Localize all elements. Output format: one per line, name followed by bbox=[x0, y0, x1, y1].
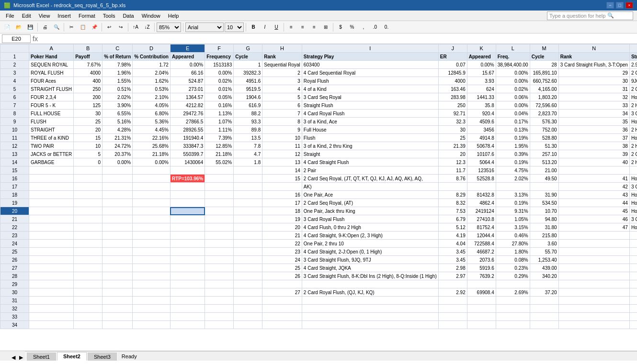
cell-E34[interactable] bbox=[170, 321, 205, 329]
sort-desc-button[interactable]: ↓Z bbox=[142, 22, 152, 33]
cell-L16[interactable]: 2.02% bbox=[496, 175, 530, 183]
cell-J16[interactable]: 8.76 bbox=[438, 175, 467, 183]
cell-C10[interactable]: 4.28% bbox=[102, 126, 133, 134]
cell-A3[interactable]: ROYAL FLUSH bbox=[29, 69, 74, 77]
cell-F11[interactable]: 7.39% bbox=[205, 134, 234, 142]
cell-L27[interactable]: 0.23% bbox=[496, 264, 530, 272]
row-header-3[interactable]: 3 bbox=[0, 69, 29, 77]
cell-L7[interactable]: 0.00% bbox=[496, 101, 530, 110]
cell-F3[interactable]: 0.00% bbox=[205, 69, 234, 77]
cell-K17[interactable] bbox=[467, 183, 496, 191]
cell-H20[interactable]: 18 bbox=[262, 207, 302, 215]
cell-H26[interactable]: 24 bbox=[262, 256, 302, 264]
cell-F22[interactable] bbox=[205, 223, 234, 232]
menu-view[interactable]: View bbox=[35, 12, 54, 20]
cell-O17[interactable]: 3 Card Royal Flush, (QT, KT) bbox=[629, 183, 637, 191]
cell-D1[interactable]: % Contribution bbox=[133, 53, 171, 61]
cell-O25[interactable] bbox=[629, 248, 637, 256]
cell-A15[interactable] bbox=[29, 166, 74, 175]
cell-B9[interactable]: 25 bbox=[74, 118, 102, 126]
menu-window[interactable]: Window bbox=[138, 12, 164, 20]
cell-J34[interactable] bbox=[438, 321, 467, 329]
cell-L12[interactable]: 1.95% bbox=[496, 142, 530, 150]
sheet-area[interactable]: A B C D E F G H I J K L M N O P Q bbox=[0, 44, 637, 351]
cell-I24[interactable]: One Pair, 2 thru 10 bbox=[302, 240, 438, 248]
cell-G1[interactable]: Cycle bbox=[234, 53, 262, 61]
cell-C4[interactable]: 1.55% bbox=[102, 77, 133, 85]
cell-J32[interactable] bbox=[438, 305, 467, 313]
cell-H31[interactable] bbox=[262, 297, 302, 305]
cell-F13[interactable]: 21.18% bbox=[205, 150, 234, 158]
cell-A23[interactable] bbox=[29, 232, 74, 240]
cell-N29[interactable] bbox=[558, 280, 629, 288]
save-button[interactable]: 💾 bbox=[25, 22, 35, 33]
col-header-E[interactable]: E bbox=[170, 44, 205, 53]
cell-A17[interactable] bbox=[29, 183, 74, 191]
cell-N22[interactable]: 47 bbox=[558, 223, 629, 232]
cell-E7[interactable]: 4212.82 bbox=[170, 101, 205, 110]
cell-E11[interactable]: 191940.4 bbox=[170, 134, 205, 142]
cell-O10[interactable]: 2 High Cards, (KJ, KQ) bbox=[629, 126, 637, 134]
cell-K32[interactable] bbox=[467, 305, 496, 313]
cell-D16[interactable] bbox=[133, 175, 171, 183]
cell-N31[interactable] bbox=[558, 297, 629, 305]
cell-G24[interactable] bbox=[234, 240, 262, 248]
cell-N26[interactable] bbox=[558, 256, 629, 264]
cell-L21[interactable]: 1.05% bbox=[496, 215, 530, 223]
cell-A16[interactable] bbox=[29, 175, 74, 183]
cell-B16[interactable] bbox=[74, 175, 102, 183]
cell-K1[interactable]: Appeared bbox=[467, 53, 496, 61]
cell-G25[interactable] bbox=[234, 248, 262, 256]
cell-J15[interactable]: 11.7 bbox=[438, 166, 467, 175]
cell-B5[interactable]: 250 bbox=[74, 85, 102, 93]
cell-B2[interactable]: 7.67% bbox=[74, 61, 102, 69]
cell-O20[interactable]: Hold One - King bbox=[629, 207, 637, 215]
cell-G13[interactable]: 4.7 bbox=[234, 150, 262, 158]
cell-I25[interactable]: 4 Card Straight, 2-J:Open (0, 1 High) bbox=[302, 248, 438, 256]
cell-M16[interactable]: 49.50 bbox=[530, 175, 558, 183]
cell-M4[interactable]: 660,752.60 bbox=[530, 77, 558, 85]
cell-B34[interactable] bbox=[74, 321, 102, 329]
sheet-tab-left-arrow[interactable]: ◀ bbox=[10, 354, 17, 361]
cell-L24[interactable]: 27.80% bbox=[496, 240, 530, 248]
help-search-box[interactable]: Type a question for help 🔍 bbox=[547, 11, 633, 20]
cell-B20[interactable] bbox=[74, 207, 102, 215]
cell-J11[interactable]: 25 bbox=[438, 134, 467, 142]
cell-I13[interactable]: Straight bbox=[302, 150, 438, 158]
cell-F17[interactable] bbox=[205, 183, 234, 191]
cell-I10[interactable]: Full House bbox=[302, 126, 438, 134]
cell-L18[interactable]: 3.13% bbox=[496, 191, 530, 199]
cell-H13[interactable]: 12 bbox=[262, 150, 302, 158]
cell-N27[interactable] bbox=[558, 264, 629, 272]
cell-E15[interactable] bbox=[170, 166, 205, 175]
font-select[interactable]: Arial Times New Roman bbox=[185, 22, 224, 32]
cell-H34[interactable] bbox=[262, 321, 302, 329]
cell-G12[interactable]: 7.8 bbox=[234, 142, 262, 150]
cell-H5[interactable]: 4 bbox=[262, 85, 302, 93]
cell-M7[interactable]: 72,596.60 bbox=[530, 101, 558, 110]
cell-B25[interactable] bbox=[74, 248, 102, 256]
cell-O18[interactable]: Hold One - Jack bbox=[629, 191, 637, 199]
cell-F18[interactable] bbox=[205, 191, 234, 199]
cell-K16[interactable]: 52528.8 bbox=[467, 175, 496, 183]
cell-I17[interactable]: AK) bbox=[302, 183, 438, 191]
cell-H23[interactable]: 21 bbox=[262, 232, 302, 240]
cell-H6[interactable]: 5 bbox=[262, 93, 302, 101]
cell-O2[interactable]: 2.93 bbox=[629, 61, 637, 69]
cell-A18[interactable] bbox=[29, 191, 74, 199]
cell-J30[interactable]: 2.92 bbox=[438, 288, 467, 297]
cell-D31[interactable] bbox=[133, 297, 171, 305]
cell-M22[interactable]: 31.80 bbox=[530, 223, 558, 232]
cell-N5[interactable]: 31 bbox=[558, 85, 629, 93]
col-header-I[interactable]: I bbox=[302, 44, 438, 53]
cell-A11[interactable]: THREE of a KIND bbox=[29, 134, 74, 142]
cell-J13[interactable]: 20 bbox=[438, 150, 467, 158]
col-header-F[interactable]: F bbox=[205, 44, 234, 53]
cell-M24[interactable]: 3.60 bbox=[530, 240, 558, 248]
sheet-tab-sheet3[interactable]: Sheet3 bbox=[88, 353, 117, 361]
fontsize-select[interactable]: 10 11 12 bbox=[225, 22, 244, 32]
cell-I6[interactable]: 3 Card Seq Royal bbox=[302, 93, 438, 101]
row-header-22[interactable]: 22 bbox=[0, 223, 29, 232]
cell-A12[interactable]: TWO PAIR bbox=[29, 142, 74, 150]
cell-E24[interactable] bbox=[170, 240, 205, 248]
